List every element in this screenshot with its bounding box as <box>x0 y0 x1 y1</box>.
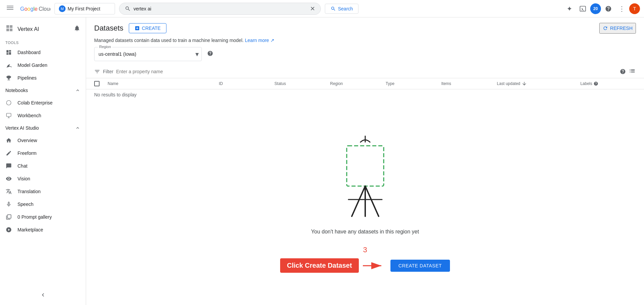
sidebar-item-label: Marketplace <box>17 227 43 232</box>
col-header-status[interactable]: Status <box>274 81 330 86</box>
sidebar-item-prompt-gallery[interactable]: 0 Prompt gallery <box>0 211 83 223</box>
search-button-label: Search <box>338 6 353 11</box>
tools-section-label: Tools <box>0 37 86 46</box>
col-header-name[interactable]: Name <box>108 81 219 86</box>
sidebar-item-label: Freeform <box>17 150 37 156</box>
vision-icon <box>5 176 12 182</box>
vertex-ai-studio-section-header[interactable]: Vertex AI Studio <box>0 122 86 134</box>
refresh-button[interactable]: REFRESH <box>599 23 636 34</box>
search-input[interactable] <box>134 6 307 11</box>
sidebar-item-marketplace[interactable]: Marketplace <box>0 223 83 236</box>
region-help-icon[interactable] <box>207 50 213 58</box>
col-header-items[interactable]: Items <box>441 81 497 86</box>
region-select[interactable]: us-central1 (Iowa) <box>94 47 189 61</box>
notebooks-label: Notebooks <box>5 88 28 93</box>
col-header-region[interactable]: Region <box>330 81 385 86</box>
menu-icon[interactable] <box>4 2 16 15</box>
easel-illustration <box>338 132 392 221</box>
sidebar-product-header: Vertex AI <box>0 20 86 37</box>
page-title: Datasets <box>94 24 123 33</box>
sidebar-collapse-button[interactable] <box>0 288 86 302</box>
vertex-ai-studio-label: Vertex AI Studio <box>5 125 39 131</box>
sidebar-item-label: Vision <box>17 176 30 181</box>
overview-icon <box>5 137 12 143</box>
table-header: Name ID Status Region Type Items Last up… <box>86 78 644 89</box>
sidebar-item-pipelines[interactable]: Pipelines <box>0 72 83 84</box>
col-header-type[interactable]: Type <box>386 81 441 86</box>
user-avatar[interactable]: T <box>629 3 640 14</box>
filter-help-icon[interactable] <box>620 69 626 75</box>
google-cloud-logo[interactable]: Google Cloud <box>20 5 50 12</box>
search-icon <box>125 6 131 12</box>
search-clear-icon[interactable]: ✕ <box>310 5 315 12</box>
sidebar-item-label: Translation <box>17 189 41 194</box>
sidebar-item-dashboard[interactable]: Dashboard <box>0 46 83 59</box>
sidebar-bell-icon[interactable] <box>74 25 80 33</box>
sidebar-item-colab[interactable]: Colab Enterprise <box>0 96 83 109</box>
model-garden-icon <box>5 62 12 68</box>
annotation-row: Click Create Dataset <box>280 258 450 273</box>
pipelines-icon <box>5 75 12 81</box>
workbench-icon <box>5 113 12 119</box>
search-button[interactable]: Search <box>325 4 358 14</box>
content-header: Datasets CREATE REFRESH <box>86 17 644 34</box>
filter-right <box>620 68 636 75</box>
sidebar-item-workbench[interactable]: Workbench <box>0 109 83 122</box>
create-dataset-button[interactable]: CREATE DATASET <box>390 260 450 272</box>
annotation-label: Click Create Dataset <box>280 258 358 273</box>
sidebar-item-label: Chat <box>17 163 28 169</box>
filter-input[interactable] <box>116 69 617 74</box>
col-header-labels[interactable]: Labels <box>580 81 636 86</box>
col-header-id[interactable]: ID <box>219 81 274 86</box>
sidebar-item-translation[interactable]: Translation <box>0 185 83 198</box>
create-button[interactable]: CREATE <box>129 23 166 33</box>
svg-point-6 <box>6 100 11 105</box>
sidebar-item-label: Pipelines <box>17 75 37 81</box>
spark-icon-button[interactable]: ✦ <box>563 3 575 15</box>
sidebar-item-label: Workbench <box>17 113 41 118</box>
empty-state: You don't have any datasets in this regi… <box>86 100 644 305</box>
sidebar-item-model-garden[interactable]: Model Garden <box>0 59 83 72</box>
speech-icon <box>5 201 12 207</box>
filter-label: Filter <box>103 69 113 74</box>
project-selector[interactable]: M My First Project <box>54 3 115 14</box>
notebooks-section-header[interactable]: Notebooks <box>0 84 86 96</box>
vertex-ai-icon <box>5 24 13 34</box>
main-layout: Vertex AI Tools Dashboard Model Garden P… <box>0 17 644 305</box>
svg-line-11 <box>365 186 379 216</box>
terminal-icon-button[interactable] <box>577 3 589 15</box>
learn-more-link[interactable]: Learn more ↗ <box>245 38 274 43</box>
svg-rect-2 <box>7 9 13 10</box>
more-icon-button[interactable]: ⋮ <box>616 3 628 15</box>
column-settings-icon[interactable] <box>629 68 636 75</box>
avatar-letter: T <box>633 6 636 11</box>
sidebar-item-freeform[interactable]: Freeform <box>0 147 83 160</box>
account-circle[interactable]: 20 <box>590 3 601 14</box>
marketplace-icon <box>5 227 12 233</box>
sidebar-item-speech[interactable]: Speech <box>0 198 83 211</box>
select-all-checkbox[interactable] <box>94 81 100 86</box>
search-bar: ✕ <box>119 3 321 15</box>
col-header-last-updated[interactable]: Last updated <box>497 81 580 86</box>
table-check-all[interactable] <box>94 81 108 86</box>
sidebar-item-label: Colab Enterprise <box>17 100 52 105</box>
project-name: My First Project <box>68 6 100 11</box>
region-wrapper: Region us-central1 (Iowa) ▾ <box>86 47 644 65</box>
create-button-label: CREATE <box>142 26 161 31</box>
sidebar-item-vision[interactable]: Vision <box>0 172 83 185</box>
account-number: 20 <box>593 6 598 11</box>
svg-rect-0 <box>7 6 13 6</box>
sidebar-item-label: Model Garden <box>17 62 47 68</box>
empty-state-message: You don't have any datasets in this regi… <box>311 229 419 235</box>
annotation-arrow-icon <box>363 261 386 271</box>
topbar: Google Cloud M My First Project ✕ Search… <box>0 0 644 17</box>
help-icon-button[interactable] <box>602 3 614 15</box>
annotation-wrapper: 3 Click Create Dataset <box>280 246 450 273</box>
sidebar: Vertex AI Tools Dashboard Model Garden P… <box>0 17 86 305</box>
sidebar-item-chat[interactable]: Chat <box>0 160 83 172</box>
region-label: Region <box>98 45 112 49</box>
region-select-container: Region us-central1 (Iowa) ▾ <box>94 47 202 61</box>
content-area: Datasets CREATE REFRESH Managed datasets… <box>86 17 644 305</box>
sidebar-item-overview[interactable]: Overview <box>0 134 83 147</box>
no-results-text: No results to display <box>86 89 644 100</box>
